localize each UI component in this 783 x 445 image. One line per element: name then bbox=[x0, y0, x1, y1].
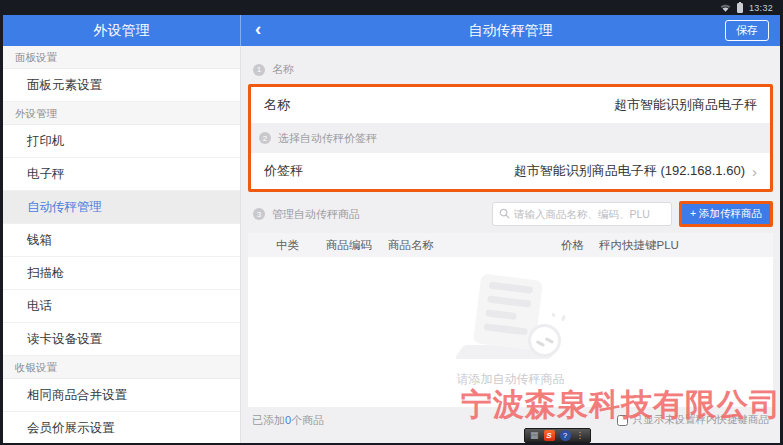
price-scale-label: 价签秤 bbox=[264, 162, 303, 180]
col-category: 中类 bbox=[276, 238, 326, 253]
save-button[interactable]: 保存 bbox=[725, 20, 769, 41]
sidebar-item-member-price[interactable]: 会员价展示设置 bbox=[3, 412, 240, 443]
step-1-badge: 1 bbox=[253, 64, 265, 76]
col-price: 价格 bbox=[561, 238, 599, 253]
screen: 13:32 外设管理 ‹ 自动传秤管理 保存 面板设置 面板元素设置 外设管理 … bbox=[0, 0, 783, 445]
filter-checkbox[interactable] bbox=[617, 415, 628, 426]
name-row-label: 名称 bbox=[264, 96, 290, 114]
empty-list-illustration bbox=[453, 277, 569, 359]
page-title: 自动传秤管理 bbox=[241, 22, 780, 40]
added-count-text: 已添加0个商品 bbox=[252, 413, 324, 428]
chevron-right-icon: › bbox=[752, 164, 757, 179]
sidebar-group-panel-settings: 面板设置 bbox=[3, 46, 240, 69]
content: 1 名称 名称 超市智能识别商品电子秤 2 选择自动传秤价签秤 价签秤 bbox=[241, 46, 780, 443]
sidebar-group-cashier-settings: 收银设置 bbox=[3, 356, 240, 379]
step-2-badge: 2 bbox=[259, 132, 271, 144]
clock-face-icon bbox=[528, 324, 561, 357]
step-3-badge: 3 bbox=[253, 208, 265, 220]
product-search-box[interactable] bbox=[492, 202, 672, 226]
sidebar-group-peripherals: 外设管理 bbox=[3, 102, 240, 125]
section-name-text: 名称 bbox=[272, 62, 294, 77]
products-toolbar: 3 管理自动传秤商品 + 添加传秤商品 bbox=[248, 201, 773, 227]
empty-state-text: 请添加自动传秤商品 bbox=[457, 371, 565, 388]
name-row[interactable]: 名称 超市智能识别商品电子秤 bbox=[251, 87, 770, 123]
sidebar-item-scale[interactable]: 电子秤 bbox=[3, 158, 240, 191]
sidebar-title: 外设管理 bbox=[94, 22, 150, 40]
table-header-row: 中类 商品编码 商品名称 价格 秤内快捷键PLU bbox=[248, 233, 773, 257]
body: 面板设置 面板元素设置 外设管理 打印机 电子秤 自动传秤管理 钱箱 扫描枪 电… bbox=[3, 46, 780, 443]
price-scale-value: 超市智能识别商品电子秤 (192.168.1.60) bbox=[514, 162, 745, 180]
col-product-code: 商品编码 bbox=[326, 238, 388, 253]
sidebar-header: 外设管理 bbox=[3, 15, 241, 46]
filter-label: 只显示未设置秤内快捷键商品 bbox=[633, 413, 770, 427]
sogou-input-icon[interactable]: S bbox=[544, 430, 555, 441]
help-icon[interactable]: ? bbox=[560, 430, 571, 441]
add-scale-product-button[interactable]: + 添加传秤商品 bbox=[679, 201, 773, 227]
sidebar-item-phone[interactable]: 电话 bbox=[3, 290, 240, 323]
wifi-icon bbox=[720, 4, 731, 12]
section-name-label: 1 名称 bbox=[253, 62, 773, 77]
col-plu-hotkey: 秤内快捷键PLU bbox=[599, 238, 773, 253]
sidebar: 面板设置 面板元素设置 外设管理 打印机 电子秤 自动传秤管理 钱箱 扫描枪 电… bbox=[3, 46, 241, 443]
sidebar-item-merge-items[interactable]: 相同商品合并设置 bbox=[3, 379, 240, 412]
price-scale-row[interactable]: 价签秤 超市智能识别商品电子秤 (192.168.1.60) › bbox=[251, 153, 770, 189]
section-scale-select-text: 选择自动传秤价签秤 bbox=[278, 131, 377, 146]
col-product-name: 商品名称 bbox=[388, 238, 561, 253]
status-bar: 13:32 bbox=[0, 0, 783, 15]
name-row-value: 超市智能识别商品电子秤 bbox=[614, 96, 757, 114]
sidebar-item-printer[interactable]: 打印机 bbox=[3, 125, 240, 158]
section-scale-select: 2 选择自动传秤价签秤 bbox=[251, 123, 770, 153]
highlighted-form-group: 名称 超市智能识别商品电子秤 2 选择自动传秤价签秤 价签秤 超市智能识别商品电… bbox=[248, 84, 773, 192]
battery-icon bbox=[737, 3, 743, 13]
sidebar-item-panel-elements[interactable]: 面板元素设置 bbox=[3, 69, 240, 102]
sidebar-item-card-reader[interactable]: 读卡设备设置 bbox=[3, 323, 240, 356]
status-time: 13:32 bbox=[749, 3, 773, 13]
filter-unset-plu[interactable]: 只显示未设置秤内快捷键商品 bbox=[617, 413, 770, 427]
input-method-tray: ▦ S ? ⋮ bbox=[524, 428, 591, 443]
products-footer: 已添加0个商品 只显示未设置秤内快捷键商品 bbox=[248, 407, 773, 433]
table-empty-state: 请添加自动传秤商品 bbox=[248, 257, 773, 407]
app-header: 外设管理 ‹ 自动传秤管理 保存 bbox=[3, 15, 780, 46]
sidebar-item-scanner[interactable]: 扫描枪 bbox=[3, 257, 240, 290]
sidebar-item-cash-drawer[interactable]: 钱箱 bbox=[3, 224, 240, 257]
products-table: 中类 商品编码 商品名称 价格 秤内快捷键PLU bbox=[248, 233, 773, 407]
search-icon bbox=[499, 205, 510, 223]
keyboard-icon[interactable]: ▦ bbox=[530, 431, 539, 440]
sidebar-item-auto-scale-transfer[interactable]: 自动传秤管理 bbox=[3, 191, 240, 224]
section-products-text: 管理自动传秤商品 bbox=[272, 207, 360, 222]
tray-menu-icon[interactable]: ⋮ bbox=[576, 431, 585, 440]
product-search-input[interactable] bbox=[514, 208, 665, 220]
added-prefix: 已添加 bbox=[252, 414, 285, 426]
page-header: ‹ 自动传秤管理 保存 bbox=[241, 15, 780, 46]
added-suffix: 个商品 bbox=[291, 414, 324, 426]
